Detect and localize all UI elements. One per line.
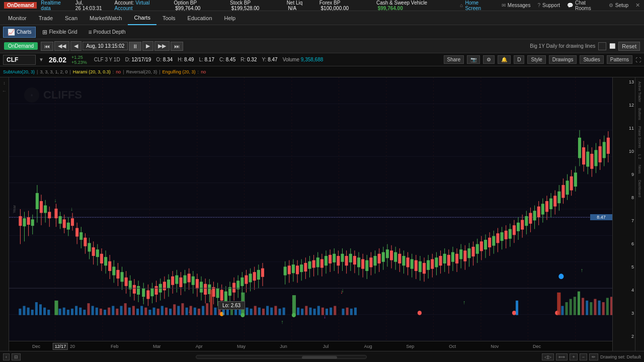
chart-main[interactable]: ♦ CLIFFS bbox=[9, 77, 612, 341]
nav-trade[interactable]: Trade bbox=[33, 11, 59, 25]
scroll-thumb[interactable] bbox=[302, 356, 337, 359]
phase-scores-label[interactable]: Phase Scores bbox=[638, 126, 641, 148]
left-btn-1[interactable]: ↕ bbox=[3, 80, 6, 85]
svg-rect-101 bbox=[175, 276, 178, 284]
buttons-label[interactable]: Buttons bbox=[638, 108, 641, 120]
divider-box[interactable] bbox=[598, 42, 606, 50]
svg-rect-277 bbox=[529, 213, 532, 223]
dashboard-label[interactable]: Dashboard bbox=[638, 180, 641, 197]
x-label-dec2: Dec bbox=[533, 344, 541, 349]
nav-scan[interactable]: Scan bbox=[59, 11, 84, 25]
play-btn[interactable]: ⏸ bbox=[129, 42, 141, 51]
svg-rect-327 bbox=[59, 309, 61, 315]
svg-rect-170 bbox=[320, 259, 324, 267]
svg-rect-394 bbox=[342, 309, 344, 315]
svg-rect-297 bbox=[566, 180, 569, 195]
fast-fwd-btn[interactable]: ⏭ bbox=[171, 42, 183, 51]
svg-rect-189 bbox=[357, 257, 360, 267]
skip-start-btn[interactable]: ⏮ bbox=[41, 42, 53, 51]
ondemand-active[interactable]: OnDemand bbox=[4, 42, 38, 50]
x-label-dec: Dec bbox=[32, 344, 40, 349]
left-btn-2[interactable]: ← bbox=[2, 88, 7, 94]
svg-rect-338 bbox=[104, 310, 106, 315]
setup-link[interactable]: ⚙ Setup bbox=[609, 3, 628, 8]
step-fwd-btn[interactable]: ▶ bbox=[142, 41, 153, 51]
studies-btn[interactable]: Studies bbox=[580, 55, 603, 64]
svg-rect-343 bbox=[124, 303, 127, 315]
svg-rect-348 bbox=[144, 308, 147, 315]
active-trader-label[interactable]: Active Trader bbox=[638, 81, 641, 102]
svg-rect-67 bbox=[108, 261, 111, 271]
play-back-btn[interactable]: ◀◀ bbox=[54, 41, 69, 51]
drawings-btn[interactable]: Drawings bbox=[549, 55, 577, 64]
svg-rect-208 bbox=[394, 252, 397, 262]
share-btn[interactable]: Share bbox=[444, 55, 464, 64]
nav-tools[interactable]: Tools bbox=[156, 11, 182, 25]
support-link[interactable]: ? Support bbox=[537, 3, 560, 8]
nav-charts[interactable]: Charts bbox=[128, 11, 156, 25]
double-arrow-btn[interactable]: ⟺ bbox=[556, 353, 568, 360]
svg-rect-90 bbox=[155, 286, 158, 295]
skip-end-btn[interactable]: ▶▶ bbox=[154, 41, 170, 51]
chat-rooms-link[interactable]: 💬 Chat Rooms bbox=[567, 0, 602, 11]
svg-rect-322 bbox=[35, 302, 38, 315]
cash-sweep: Cash & Sweep Vehicle $99,764.00 bbox=[376, 0, 454, 11]
alert-btn[interactable]: 🔔 bbox=[498, 55, 511, 64]
l2-label[interactable]: L 2 bbox=[638, 154, 641, 159]
style-btn[interactable]: Style bbox=[527, 55, 545, 64]
nav-bottom-btn[interactable]: ⊟ bbox=[12, 353, 21, 360]
prev-btn[interactable]: ‹ bbox=[3, 353, 10, 360]
nav-marketwatch[interactable]: MarketWatch bbox=[84, 11, 128, 25]
product-depth-btn[interactable]: ≡ Product Depth bbox=[84, 27, 130, 38]
svg-rect-317 bbox=[607, 138, 610, 154]
ticker-change-pct: +5.23% bbox=[71, 60, 87, 65]
d-btn[interactable]: D bbox=[514, 55, 524, 64]
nav-arrows-btn[interactable]: ◁▷ bbox=[542, 353, 554, 360]
svg-rect-69 bbox=[112, 266, 115, 275]
symbol-input[interactable] bbox=[3, 55, 36, 65]
expand-icon[interactable]: ⬜ bbox=[609, 43, 615, 49]
reset-btn[interactable]: Reset bbox=[618, 42, 640, 51]
svg-rect-63 bbox=[100, 254, 103, 263]
ticker-change: +1.25 bbox=[71, 55, 87, 60]
nav-monitor[interactable]: Monitor bbox=[2, 11, 33, 25]
flexible-grid-btn[interactable]: ⊞ Flexible Grid bbox=[38, 27, 82, 38]
svg-rect-94 bbox=[163, 282, 166, 290]
svg-rect-159 bbox=[300, 264, 303, 272]
svg-rect-335 bbox=[92, 306, 94, 315]
svg-rect-261 bbox=[500, 232, 503, 241]
price-4: 4 bbox=[614, 288, 634, 293]
svg-rect-346 bbox=[136, 309, 139, 315]
x-label-jun: Jun bbox=[280, 344, 287, 349]
nav-bar: Monitor Trade Scan MarketWatch Charts To… bbox=[0, 11, 644, 25]
svg-rect-385 bbox=[301, 309, 303, 315]
svg-rect-124 bbox=[220, 290, 223, 300]
svg-rect-179 bbox=[337, 256, 340, 265]
patterns-btn[interactable]: Patterns bbox=[607, 55, 632, 64]
zoom-in-btn[interactable]: + bbox=[570, 353, 577, 360]
charts-btn[interactable]: 📈 Charts bbox=[3, 27, 36, 38]
settings-btn[interactable]: ⚙ bbox=[483, 55, 495, 64]
svg-rect-99 bbox=[171, 277, 174, 285]
nav-help[interactable]: Help bbox=[218, 11, 242, 25]
scrollbar[interactable] bbox=[196, 355, 367, 359]
draw-btn[interactable]: ✏ bbox=[589, 353, 598, 360]
news-label[interactable]: News bbox=[638, 165, 641, 174]
nav-education[interactable]: Education bbox=[182, 11, 218, 25]
close-button[interactable]: ✕ bbox=[635, 2, 640, 9]
expand-chart-btn[interactable]: ⛶ bbox=[635, 57, 641, 63]
svg-text:↓: ↓ bbox=[70, 206, 73, 212]
zoom-out-btn[interactable]: − bbox=[580, 353, 587, 360]
svg-rect-81 bbox=[137, 286, 140, 295]
messages-link[interactable]: ✉ Messages bbox=[502, 3, 531, 8]
svg-rect-181 bbox=[341, 254, 344, 262]
realtime-badge: Realtime data bbox=[41, 0, 71, 11]
camera-btn[interactable]: 📷 bbox=[467, 55, 480, 64]
scroll-area[interactable] bbox=[23, 355, 540, 359]
svg-rect-23 bbox=[19, 216, 22, 226]
svg-rect-391 bbox=[326, 309, 328, 315]
home-screen-link[interactable]: ⌂ Home Screen bbox=[460, 0, 494, 11]
svg-rect-331 bbox=[75, 306, 77, 315]
step-back-btn[interactable]: ◀ bbox=[70, 41, 82, 51]
grid-icon: ⊞ bbox=[42, 29, 47, 36]
